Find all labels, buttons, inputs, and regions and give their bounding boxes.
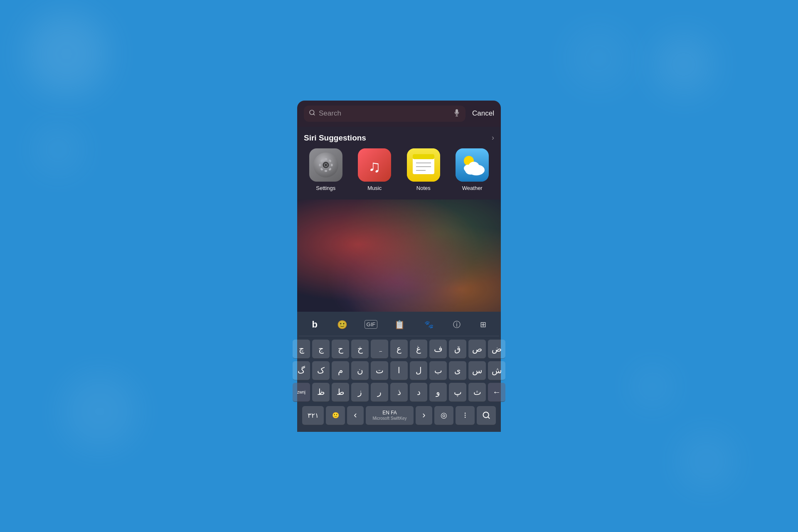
layout-toolbar-btn[interactable]: ⊞ xyxy=(478,318,489,331)
key-arrow-left[interactable]: ‹ xyxy=(347,406,364,425)
search-icon xyxy=(309,109,315,118)
svg-line-1 xyxy=(313,114,315,115)
siri-suggestions-title: Siri Suggestions xyxy=(304,133,366,143)
key-language-switcher[interactable]: EN FA Microsoft SwiftKey xyxy=(366,406,414,425)
key-zal[interactable]: ذ xyxy=(390,383,408,402)
bing-toolbar-btn[interactable]: b xyxy=(309,318,320,332)
key-gaf[interactable]: گ xyxy=(293,361,310,380)
blurred-background-area xyxy=(297,200,501,312)
key-alef[interactable]: ا xyxy=(390,361,408,380)
weather-app-icon xyxy=(456,148,489,182)
app-item-settings[interactable]: Settings xyxy=(309,148,342,191)
key-je[interactable]: ج xyxy=(312,340,330,359)
notes-app-icon xyxy=(407,148,440,182)
key-num[interactable]: ۳۲۱ xyxy=(302,406,324,425)
music-app-label: Music xyxy=(367,185,382,191)
keyboard-rows: چ ج ح خ ہ ع غ ف ق ص ض گ ک م ن ت ا ل xyxy=(299,336,499,430)
svg-rect-9 xyxy=(319,164,321,166)
weather-app-label: Weather xyxy=(462,185,483,191)
keyboard-row-3: zwnj ظ ط ز ر ذ د و پ ث ← xyxy=(300,383,498,402)
key-zwnj[interactable]: zwnj xyxy=(293,383,310,402)
key-emoji-bottom[interactable]: 🙂 xyxy=(326,406,345,425)
svg-text:♫: ♫ xyxy=(368,157,381,175)
key-be[interactable]: ب xyxy=(429,361,447,380)
key-ta[interactable]: ط xyxy=(332,383,349,402)
key-search-bottom[interactable] xyxy=(477,406,496,425)
phone-container: Cancel Siri Suggestions › xyxy=(297,101,501,432)
key-zha[interactable]: ظ xyxy=(312,383,330,402)
suggestions-panel: Siri Suggestions › xyxy=(297,127,501,200)
siri-suggestions-chevron[interactable]: › xyxy=(492,133,494,142)
microphone-icon[interactable] xyxy=(453,109,461,118)
keyboard-row-1: چ ج ح خ ہ ع غ ف ق ص ض xyxy=(300,340,498,359)
gif-toolbar-btn[interactable]: GIF xyxy=(365,320,378,329)
key-khe[interactable]: خ xyxy=(351,340,369,359)
key-fe[interactable]: ف xyxy=(429,340,447,359)
svg-line-32 xyxy=(488,417,490,419)
music-app-icon: ♫ xyxy=(358,148,391,182)
svg-rect-7 xyxy=(325,158,327,160)
keyboard-row-2: گ ک م ن ت ا ل ب ی س ش xyxy=(300,361,498,380)
key-ghain[interactable]: غ xyxy=(410,340,427,359)
key-dad[interactable]: ض xyxy=(488,340,505,359)
key-mim[interactable]: م xyxy=(332,361,349,380)
key-settings-icon[interactable]: ◎ xyxy=(434,406,453,425)
svg-rect-21 xyxy=(413,154,434,159)
svg-point-30 xyxy=(464,165,472,172)
key-arrow-right[interactable]: › xyxy=(416,406,432,425)
settings-app-icon xyxy=(309,148,342,182)
search-input-wrapper[interactable] xyxy=(304,106,466,122)
svg-rect-8 xyxy=(325,170,327,172)
app-grid: Settings ♫ xyxy=(304,148,494,191)
key-te[interactable]: ت xyxy=(371,361,388,380)
keyboard-toolbar: b 🙂 GIF 📋 🐾 ⓘ ⊞ xyxy=(299,315,499,336)
cancel-button[interactable]: Cancel xyxy=(469,108,494,119)
settings-app-label: Settings xyxy=(316,185,335,191)
key-se[interactable]: ث xyxy=(468,383,486,402)
key-lam[interactable]: ل xyxy=(410,361,427,380)
key-nun[interactable]: ن xyxy=(351,361,369,380)
search-input[interactable] xyxy=(319,109,450,118)
search-bar-area: Cancel xyxy=(297,101,501,127)
key-he[interactable]: ح xyxy=(332,340,349,359)
key-ain[interactable]: ع xyxy=(390,340,408,359)
emoji-toolbar-btn[interactable]: 🙂 xyxy=(335,318,350,331)
app-item-notes[interactable]: Notes xyxy=(407,148,440,191)
key-ha[interactable]: ہ xyxy=(371,340,388,359)
key-ye[interactable]: ی xyxy=(449,361,466,380)
key-qaf[interactable]: ق xyxy=(449,340,466,359)
key-sin[interactable]: س xyxy=(468,361,486,380)
key-dots-icon[interactable]: ⁝ xyxy=(456,406,475,425)
svg-rect-2 xyxy=(456,114,457,116)
key-dal[interactable]: د xyxy=(410,383,427,402)
suggestions-header: Siri Suggestions › xyxy=(304,133,494,143)
sticker-toolbar-btn[interactable]: 🐾 xyxy=(422,318,436,331)
svg-rect-20 xyxy=(413,158,434,174)
key-backspace[interactable]: ← xyxy=(488,383,505,402)
notes-app-label: Notes xyxy=(416,185,431,191)
app-item-music[interactable]: ♫ Music xyxy=(358,148,391,191)
keyboard-area: b 🙂 GIF 📋 🐾 ⓘ ⊞ چ ج ح خ ہ ع غ ف ق ص ض xyxy=(297,312,501,432)
key-ze[interactable]: ز xyxy=(351,383,369,402)
key-re[interactable]: ر xyxy=(371,383,388,402)
info-toolbar-btn[interactable]: ⓘ xyxy=(451,318,463,331)
app-item-weather[interactable]: Weather xyxy=(456,148,489,191)
key-vav[interactable]: و xyxy=(429,383,447,402)
key-kaf[interactable]: ک xyxy=(312,361,330,380)
key-sad[interactable]: ص xyxy=(468,340,486,359)
key-shin[interactable]: ش xyxy=(488,361,505,380)
clipboard-toolbar-btn[interactable]: 📋 xyxy=(392,318,407,331)
keyboard-bottom-bar: ۳۲۱ 🙂 ‹ EN FA Microsoft SwiftKey › ◎ ⁝ xyxy=(300,404,498,427)
key-che[interactable]: چ xyxy=(293,340,310,359)
key-pe[interactable]: پ xyxy=(449,383,466,402)
svg-rect-3 xyxy=(456,116,458,116)
svg-rect-10 xyxy=(331,164,333,166)
